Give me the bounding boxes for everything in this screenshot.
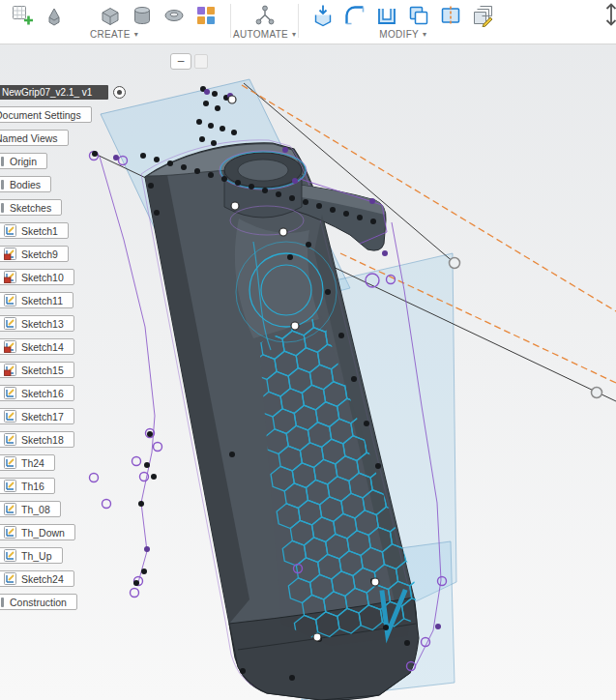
box-icon[interactable] — [98, 3, 123, 28]
browser-item-origin[interactable]: Origin — [0, 153, 47, 169]
browser-item-sketch9[interactable]: Sketch9 — [0, 246, 69, 262]
visibility-bulb-icon — [1, 203, 10, 213]
press-pull-icon[interactable] — [310, 3, 336, 28]
browser-item-label: Sketch18 — [21, 434, 64, 446]
automate-icon[interactable] — [252, 3, 278, 28]
browser-item-sketch1[interactable]: Sketch1 — [0, 222, 69, 239]
collapse-comments-button[interactable]: – — [170, 53, 191, 70]
combine-icon[interactable] — [406, 3, 431, 28]
browser-item-label: Sketch13 — [21, 318, 64, 330]
sketch-icon — [4, 433, 21, 446]
toolbar-panel-modify: MODIFY▾ — [301, 0, 505, 44]
sketch-icon — [4, 387, 21, 399]
measure-vertical-icon[interactable] — [599, 2, 616, 27]
extrude-icon[interactable] — [42, 3, 67, 28]
panel-dropdown-modify[interactable]: MODIFY▾ — [379, 29, 426, 40]
visibility-bulb-icon — [1, 598, 10, 607]
browser-item-label: Document Settings — [0, 109, 81, 121]
browser-item-construction[interactable]: Construction — [0, 594, 77, 610]
display-toggle-icon[interactable] — [113, 86, 126, 99]
browser-item-bodies[interactable]: Bodies — [0, 176, 51, 192]
toolbar-panel-create: CREATE▾ — [0, 0, 228, 44]
browser-item-label: Th24 — [21, 457, 44, 469]
shell-icon[interactable] — [374, 3, 399, 28]
sketch-icon — [4, 224, 21, 237]
browser-tree: NewGrip07_v2.1_ v1 Document SettingsName… — [0, 85, 180, 610]
fusion360-window: CREATE▾AUTOMATE▾MODIFY▾ – NewGrip07_v2.1… — [0, 0, 616, 700]
split-body-icon[interactable] — [438, 3, 463, 28]
browser-item-label: Sketch16 — [21, 388, 64, 399]
sketch-locked-icon — [4, 340, 21, 353]
browser-item-label: Sketch1 — [21, 225, 58, 237]
browser-item-th24[interactable]: Th24 — [0, 454, 55, 471]
panel-label-text: MODIFY — [379, 29, 419, 40]
sketch-locked-icon — [4, 271, 21, 283]
browser-item-sketch13[interactable]: Sketch13 — [0, 315, 74, 332]
pattern-icon[interactable] — [193, 3, 219, 28]
browser-item-label: Th_08 — [21, 504, 50, 515]
edit-feature-icon[interactable] — [470, 3, 495, 28]
browser-item-th16[interactable]: Th16 — [0, 478, 55, 494]
browser-item-label: Bodies — [10, 179, 41, 190]
browser-item-sketch11[interactable]: Sketch11 — [0, 292, 73, 308]
sketch-icon — [4, 456, 21, 469]
visibility-bulb-icon — [1, 157, 10, 166]
sketch-locked-icon — [4, 248, 21, 260]
browser-item-label: Sketch17 — [21, 411, 64, 423]
sketch-icon — [4, 503, 21, 515]
toolbar-overflow — [599, 2, 616, 27]
sketch-icon — [4, 549, 21, 562]
browser-item-label: Th16 — [21, 481, 44, 492]
browser-item-label: Sketch14 — [21, 341, 64, 353]
chevron-down-icon: ▾ — [423, 30, 426, 39]
browser-item-sketch18[interactable]: Sketch18 — [0, 431, 74, 448]
browser-item-sketch17[interactable]: Sketch17 — [0, 408, 74, 424]
browser-item-th-08[interactable]: Th_08 — [0, 501, 61, 517]
browser-item-th-up[interactable]: Th_Up — [0, 547, 63, 564]
browser-item-sketch14[interactable]: Sketch14 — [0, 338, 74, 355]
browser-item-named-views[interactable]: Named Views — [0, 130, 69, 146]
browser-item-label: Th_Up — [21, 550, 52, 562]
ghost-widget[interactable] — [194, 54, 208, 69]
browser-item-label: Sketch15 — [21, 365, 64, 376]
create-sketch-icon[interactable] — [10, 3, 35, 28]
panel-label-text: AUTOMATE — [233, 29, 288, 40]
revolve-icon[interactable] — [161, 3, 187, 28]
sketch-icon — [4, 294, 21, 306]
browser-item-sketches[interactable]: Sketches — [0, 199, 62, 216]
browser-item-sketch16[interactable]: Sketch16 — [0, 385, 74, 401]
fillet-icon[interactable] — [342, 3, 367, 28]
browser-item-document-settings[interactable]: Document Settings — [0, 106, 92, 123]
browser-item-label: Sketch9 — [21, 248, 58, 260]
sketch-icon — [4, 317, 21, 330]
visibility-bulb-icon — [1, 180, 10, 190]
browser-item-label: Sketch10 — [21, 272, 64, 283]
chevron-down-icon: ▾ — [292, 30, 296, 39]
sketch-icon — [4, 526, 21, 539]
chevron-down-icon: ▾ — [134, 30, 138, 39]
sketch-locked-icon — [4, 364, 21, 376]
document-title[interactable]: NewGrip07_v2.1_ v1 — [0, 85, 108, 100]
browser-item-th-down[interactable]: Th_Down — [0, 524, 75, 540]
sketch-icon — [4, 480, 21, 492]
browser-item-label: Named Views — [0, 132, 58, 144]
browser-item-label: Sketches — [10, 202, 51, 214]
cylinder-icon[interactable] — [130, 3, 155, 28]
sketch-icon — [4, 410, 21, 423]
browser-item-sketch15[interactable]: Sketch15 — [0, 362, 74, 378]
toolbar-panel-automate: AUTOMATE▾ — [233, 0, 296, 44]
browser-item-label: Sketch24 — [21, 573, 64, 585]
browser-item-label: Th_Down — [21, 527, 65, 539]
browser-item-label: Sketch11 — [21, 295, 63, 306]
browser-item-sketch24[interactable]: Sketch24 — [0, 570, 74, 587]
panel-dropdown-create[interactable]: CREATE▾ — [90, 29, 138, 40]
panel-dropdown-automate[interactable]: AUTOMATE▾ — [233, 29, 296, 40]
sketch-icon — [4, 572, 21, 585]
panel-label-text: CREATE — [90, 29, 131, 40]
ribbon-toolbar: CREATE▾AUTOMATE▾MODIFY▾ — [0, 0, 616, 44]
browser-item-sketch10[interactable]: Sketch10 — [0, 269, 74, 285]
browser-item-label: Origin — [10, 156, 37, 167]
browser-item-label: Construction — [10, 597, 67, 608]
